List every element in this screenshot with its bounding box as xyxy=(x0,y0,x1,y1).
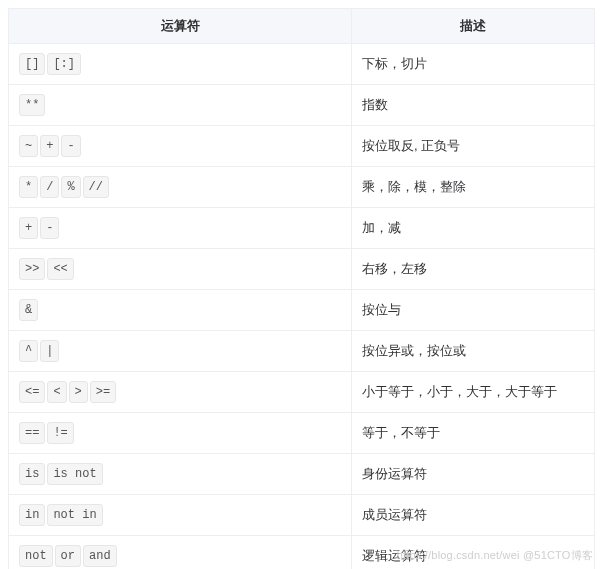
operator-token: % xyxy=(61,176,80,198)
description-cell: 右移，左移 xyxy=(352,249,595,290)
operator-token: >> xyxy=(19,258,45,280)
operator-token: not xyxy=(19,545,53,567)
operator-cell: ==!= xyxy=(9,413,352,454)
header-description: 描述 xyxy=(352,9,595,44)
operator-token: - xyxy=(61,135,80,157)
description-cell: 加，减 xyxy=(352,208,595,249)
table-row: [][:]下标，切片 xyxy=(9,44,595,85)
operator-token: / xyxy=(40,176,59,198)
operator-token: == xyxy=(19,422,45,444)
operator-token: in xyxy=(19,504,45,526)
description-cell: 身份运算符 xyxy=(352,454,595,495)
operator-token: [] xyxy=(19,53,45,75)
operator-cell: isis not xyxy=(9,454,352,495)
operator-token: != xyxy=(47,422,73,444)
description-cell: 小于等于，小于，大于，大于等于 xyxy=(352,372,595,413)
operator-token: is not xyxy=(47,463,102,485)
header-operator: 运算符 xyxy=(9,9,352,44)
description-cell: 按位取反, 正负号 xyxy=(352,126,595,167)
operator-cell: ^| xyxy=(9,331,352,372)
operator-token: not in xyxy=(47,504,102,526)
table-row: isis not身份运算符 xyxy=(9,454,595,495)
description-cell: 乘，除，模，整除 xyxy=(352,167,595,208)
table-row: */%//乘，除，模，整除 xyxy=(9,167,595,208)
operator-cell: ** xyxy=(9,85,352,126)
description-cell: 按位异或，按位或 xyxy=(352,331,595,372)
table-row: **指数 xyxy=(9,85,595,126)
table-row: &按位与 xyxy=(9,290,595,331)
description-cell: 等于，不等于 xyxy=(352,413,595,454)
operator-token: // xyxy=(83,176,109,198)
operator-token: ** xyxy=(19,94,45,116)
table-row: >><<右移，左移 xyxy=(9,249,595,290)
operator-token: << xyxy=(47,258,73,280)
operator-cell: notorand xyxy=(9,536,352,570)
description-cell: 指数 xyxy=(352,85,595,126)
operator-token: [:] xyxy=(47,53,81,75)
operator-token: >= xyxy=(90,381,116,403)
operator-token: > xyxy=(69,381,88,403)
description-cell: 下标，切片 xyxy=(352,44,595,85)
operator-token: or xyxy=(55,545,81,567)
operator-token: | xyxy=(40,340,59,362)
table-row: ^|按位异或，按位或 xyxy=(9,331,595,372)
table-row: innot in成员运算符 xyxy=(9,495,595,536)
operator-token: & xyxy=(19,299,38,321)
operator-cell: +- xyxy=(9,208,352,249)
table-row: notorand逻辑运算符 xyxy=(9,536,595,570)
operator-token: + xyxy=(19,217,38,239)
operator-token: ~ xyxy=(19,135,38,157)
operator-table: 运算符 描述 [][:]下标，切片**指数~+-按位取反, 正负号*/%//乘，… xyxy=(8,8,595,569)
operator-token: <= xyxy=(19,381,45,403)
description-cell: 成员运算符 xyxy=(352,495,595,536)
operator-token: and xyxy=(83,545,117,567)
operator-token: < xyxy=(47,381,66,403)
operator-token: is xyxy=(19,463,45,485)
operator-cell: & xyxy=(9,290,352,331)
table-row: ~+-按位取反, 正负号 xyxy=(9,126,595,167)
description-cell: 逻辑运算符 xyxy=(352,536,595,570)
table-row: ==!=等于，不等于 xyxy=(9,413,595,454)
operator-cell: <=<>>= xyxy=(9,372,352,413)
table-row: <=<>>=小于等于，小于，大于，大于等于 xyxy=(9,372,595,413)
operator-cell: >><< xyxy=(9,249,352,290)
operator-token: + xyxy=(40,135,59,157)
operator-cell: ~+- xyxy=(9,126,352,167)
operator-cell: innot in xyxy=(9,495,352,536)
table-row: +-加，减 xyxy=(9,208,595,249)
operator-token: ^ xyxy=(19,340,38,362)
operator-token: * xyxy=(19,176,38,198)
operator-cell: [][:] xyxy=(9,44,352,85)
table-header-row: 运算符 描述 xyxy=(9,9,595,44)
operator-cell: */%// xyxy=(9,167,352,208)
operator-token: - xyxy=(40,217,59,239)
description-cell: 按位与 xyxy=(352,290,595,331)
